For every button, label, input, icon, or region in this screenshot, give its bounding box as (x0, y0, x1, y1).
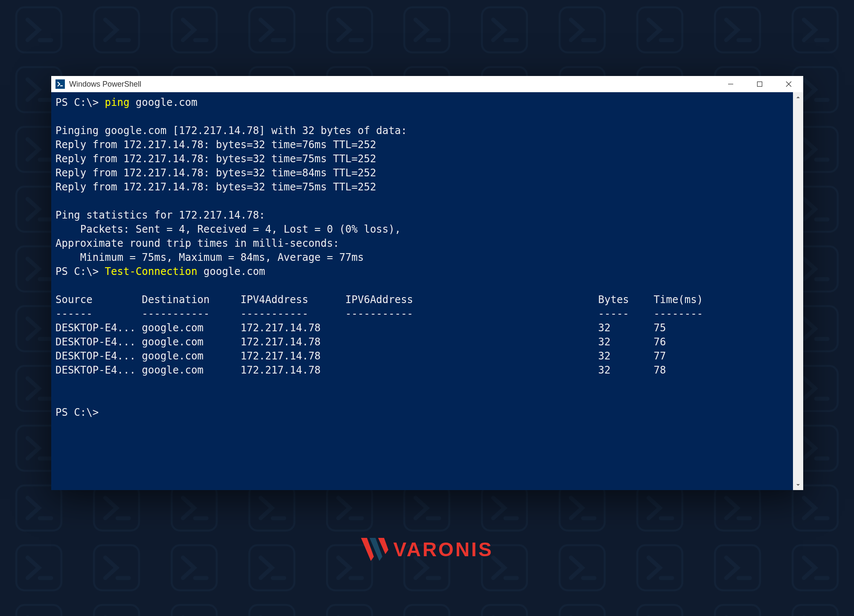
svg-rect-224 (172, 605, 217, 616)
scrollbar[interactable] (793, 92, 803, 490)
table-divider: ------ ----------- ----------- ---------… (55, 308, 703, 320)
prompt: PS C:\> (55, 96, 105, 108)
terminal-output[interactable]: PS C:\> ping google.com Pinging google.c… (51, 92, 793, 490)
table-row: DESKTOP-E4... google.com 172.217.14.78 3… (55, 322, 666, 334)
svg-rect-222 (94, 605, 139, 616)
scroll-up-icon[interactable] (793, 92, 803, 102)
ping-rtt-header: Approximate round trip times in milli-se… (55, 237, 339, 249)
command-test-connection: Test-Connection (105, 266, 198, 277)
maximize-button[interactable] (745, 76, 774, 92)
logo-mark-icon (361, 538, 388, 561)
ping-rtt: Minimum = 75ms, Maximum = 84ms, Average … (55, 251, 364, 263)
titlebar[interactable]: Windows PowerShell (51, 76, 803, 92)
scroll-track[interactable] (793, 102, 803, 480)
ping-stats-header: Ping statistics for 172.217.14.78: (55, 209, 265, 221)
ping-reply: Reply from 172.217.14.78: bytes=32 time=… (55, 139, 376, 151)
svg-rect-220 (16, 605, 61, 616)
logo-text: VARONIS (393, 538, 493, 561)
ping-output-header: Pinging google.com [172.217.14.78] with … (55, 125, 407, 137)
svg-rect-240 (793, 605, 838, 616)
svg-rect-238 (715, 605, 760, 616)
ping-reply: Reply from 172.217.14.78: bytes=32 time=… (55, 181, 376, 193)
command-arg: google.com (197, 266, 265, 277)
terminal-area: PS C:\> ping google.com Pinging google.c… (51, 92, 803, 490)
window-controls (716, 76, 803, 92)
varonis-logo: VARONIS (361, 538, 493, 561)
prompt: PS C:\> (55, 266, 105, 277)
powershell-icon (55, 79, 65, 89)
table-row: DESKTOP-E4... google.com 172.217.14.78 3… (55, 364, 666, 376)
svg-rect-234 (560, 605, 605, 616)
svg-rect-228 (327, 605, 372, 616)
ping-stats-packets: Packets: Sent = 4, Received = 4, Lost = … (55, 223, 401, 235)
command-arg: google.com (129, 96, 197, 108)
svg-rect-232 (482, 605, 528, 616)
svg-rect-230 (405, 605, 450, 616)
table-row: DESKTOP-E4... google.com 172.217.14.78 3… (55, 350, 666, 362)
close-button[interactable] (774, 76, 803, 92)
prompt: PS C:\> (55, 406, 99, 418)
table-row: DESKTOP-E4... google.com 172.217.14.78 3… (55, 336, 666, 348)
svg-rect-244 (758, 82, 762, 87)
svg-rect-236 (637, 605, 682, 616)
scroll-down-icon[interactable] (793, 480, 803, 490)
table-header: Source Destination IPV4Address IPV6Addre… (55, 294, 703, 306)
window-title: Windows PowerShell (69, 80, 716, 89)
command-ping: ping (105, 96, 130, 108)
svg-rect-226 (249, 605, 294, 616)
ping-reply: Reply from 172.217.14.78: bytes=32 time=… (55, 153, 376, 165)
powershell-window: Windows PowerShell PS C:\> ping google.c… (51, 76, 803, 490)
minimize-button[interactable] (716, 76, 745, 92)
ping-reply: Reply from 172.217.14.78: bytes=32 time=… (55, 167, 376, 179)
